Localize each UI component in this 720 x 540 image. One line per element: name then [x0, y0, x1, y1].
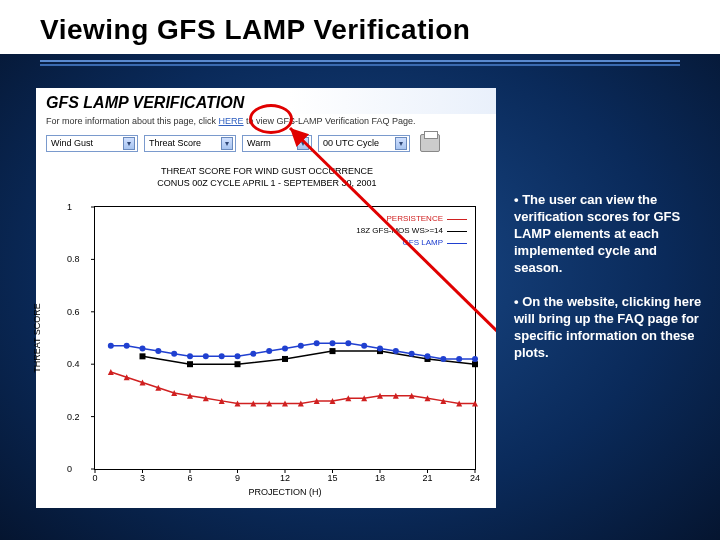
printer-icon[interactable] — [420, 134, 440, 152]
select-score[interactable]: Threat Score▾ — [144, 135, 236, 152]
verification-panel: GFS LAMP VERIFICATION For more informati… — [36, 88, 496, 508]
svg-point-37 — [330, 340, 336, 346]
chart-subtitle: CONUS 00Z CYCLE APRIL 1 - SEPTEMBER 30, … — [46, 178, 488, 188]
svg-point-39 — [361, 343, 367, 349]
svg-rect-16 — [187, 361, 193, 367]
svg-rect-15 — [140, 353, 146, 359]
svg-rect-17 — [235, 361, 241, 367]
chevron-down-icon: ▾ — [297, 137, 309, 150]
select-season[interactable]: Warm▾ — [242, 135, 312, 152]
bullet-1: • The user can view the verification sco… — [514, 192, 702, 276]
svg-point-27 — [171, 351, 177, 357]
panel-subtext: For more information about this page, cl… — [36, 114, 496, 132]
chevron-down-icon: ▾ — [395, 137, 407, 150]
svg-point-25 — [140, 345, 146, 351]
chart-area: THREAT SCORE FOR WIND GUST OCCURRENCE CO… — [46, 166, 488, 500]
plot-region: THREAT SCORE PROJECTION (H) PERSISTENCE1… — [94, 206, 476, 470]
description-bullets: • The user can view the verification sco… — [514, 192, 702, 380]
svg-rect-22 — [472, 361, 478, 367]
controls-row: Wind Gust▾ Threat Score▾ Warm▾ 00 UTC Cy… — [36, 132, 496, 158]
svg-point-28 — [187, 353, 193, 359]
svg-point-35 — [298, 343, 304, 349]
svg-point-42 — [409, 351, 415, 357]
svg-point-34 — [282, 345, 288, 351]
svg-point-41 — [393, 348, 399, 354]
svg-point-38 — [345, 340, 351, 346]
svg-point-36 — [314, 340, 320, 346]
svg-point-46 — [472, 356, 478, 362]
svg-point-31 — [235, 353, 241, 359]
svg-rect-19 — [330, 348, 336, 354]
select-cycle[interactable]: 00 UTC Cycle▾ — [318, 135, 410, 152]
svg-point-30 — [219, 353, 225, 359]
svg-point-33 — [266, 348, 272, 354]
chevron-down-icon: ▾ — [123, 137, 135, 150]
chart-title: THREAT SCORE FOR WIND GUST OCCURRENCE — [46, 166, 488, 176]
x-axis-label: PROJECTION (H) — [249, 487, 322, 497]
svg-point-43 — [425, 353, 431, 359]
chart-legend: PERSISTENCE18Z GFS-MOS WS>=14GFS LAMP — [356, 213, 467, 249]
svg-point-32 — [250, 351, 256, 357]
chevron-down-icon: ▾ — [221, 137, 233, 150]
svg-point-24 — [124, 343, 130, 349]
faq-link[interactable]: HERE — [219, 116, 244, 126]
svg-point-44 — [440, 356, 446, 362]
bullet-2: • On the website, clicking here will bri… — [514, 294, 702, 362]
select-element[interactable]: Wind Gust▾ — [46, 135, 138, 152]
svg-point-45 — [456, 356, 462, 362]
svg-point-40 — [377, 345, 383, 351]
slide-title: Viewing GFS LAMP Verification — [0, 0, 720, 54]
svg-rect-18 — [282, 356, 288, 362]
svg-point-26 — [155, 348, 161, 354]
svg-point-29 — [203, 353, 209, 359]
svg-point-23 — [108, 343, 114, 349]
panel-heading: GFS LAMP VERIFICATION — [36, 88, 496, 114]
title-divider — [40, 60, 680, 66]
y-axis-label: THREAT SCORE — [32, 278, 42, 398]
